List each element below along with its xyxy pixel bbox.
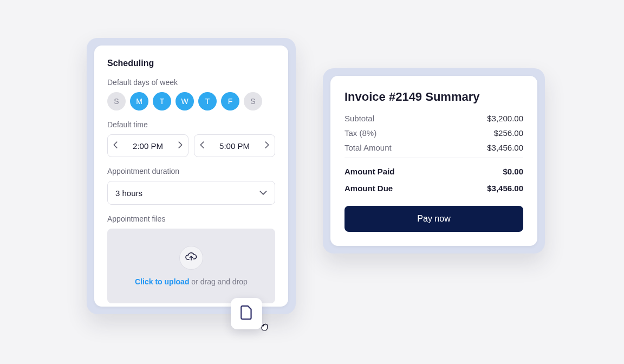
- paid-label: Amount Paid: [344, 167, 395, 176]
- scheduling-card-body: Scheduling Default days of week S M T W …: [94, 46, 288, 307]
- invoice-card-body: Invoice #2149 Summary Subtotal $3,200.00…: [330, 76, 537, 246]
- total-label: Total Amount: [344, 143, 392, 152]
- file-drag-preview[interactable]: [231, 298, 262, 329]
- upload-link[interactable]: Click to upload: [135, 277, 189, 286]
- subtotal-row: Subtotal $3,200.00: [344, 114, 523, 123]
- duration-dropdown[interactable]: 3 hours: [107, 181, 275, 205]
- invoice-title: Invoice #2149 Summary: [344, 90, 523, 104]
- days-of-week-label: Default days of week: [107, 78, 275, 87]
- day-thursday[interactable]: T: [198, 92, 217, 110]
- start-time-value: 2:00 PM: [133, 141, 163, 151]
- days-row: S M T W T F S: [107, 92, 275, 110]
- paid-value: $0.00: [503, 167, 523, 176]
- subtotal-label: Subtotal: [344, 114, 374, 123]
- scheduling-card: Scheduling Default days of week S M T W …: [87, 38, 296, 314]
- day-sunday[interactable]: S: [107, 92, 126, 110]
- upload-icon-circle: [179, 246, 203, 270]
- chevron-right-icon[interactable]: [264, 141, 269, 150]
- scheduling-title: Scheduling: [107, 58, 275, 68]
- day-tuesday[interactable]: T: [153, 92, 171, 110]
- chevron-down-icon: [259, 188, 267, 198]
- invoice-card: Invoice #2149 Summary Subtotal $3,200.00…: [323, 68, 545, 253]
- day-monday[interactable]: M: [130, 92, 148, 110]
- total-value: $3,456.00: [487, 143, 523, 152]
- chevron-right-icon[interactable]: [178, 141, 183, 150]
- day-wednesday[interactable]: W: [176, 92, 194, 110]
- upload-suffix: or drag and drop: [191, 277, 248, 286]
- upload-text: Click to upload or drag and drop: [135, 277, 248, 286]
- upload-dropzone[interactable]: Click to upload or drag and drop: [107, 229, 275, 303]
- due-label: Amount Due: [344, 184, 393, 193]
- start-time-picker[interactable]: 2:00 PM: [107, 134, 188, 157]
- invoice-divider: [344, 158, 523, 158]
- file-icon: [240, 305, 252, 322]
- tax-label: Tax (8%): [344, 128, 376, 138]
- pay-now-button[interactable]: Pay now: [344, 206, 523, 232]
- paid-row: Amount Paid $0.00: [344, 167, 523, 176]
- cloud-upload-icon: [185, 252, 197, 264]
- tax-row: Tax (8%) $256.00: [344, 128, 523, 138]
- end-time-value: 5:00 PM: [219, 141, 250, 151]
- due-value: $3,456.00: [487, 184, 523, 193]
- total-row: Total Amount $3,456.00: [344, 143, 523, 152]
- due-row: Amount Due $3,456.00: [344, 184, 523, 193]
- files-label: Appointment files: [107, 214, 275, 223]
- grab-cursor-icon: [260, 322, 270, 334]
- duration-label: Appointment duration: [107, 167, 275, 176]
- tax-value: $256.00: [494, 128, 523, 138]
- chevron-left-icon[interactable]: [113, 141, 118, 150]
- subtotal-value: $3,200.00: [487, 114, 523, 123]
- day-friday[interactable]: F: [221, 92, 239, 110]
- default-time-label: Default time: [107, 120, 275, 129]
- duration-value: 3 hours: [115, 188, 142, 198]
- end-time-picker[interactable]: 5:00 PM: [194, 134, 275, 157]
- day-saturday[interactable]: S: [244, 92, 262, 110]
- time-row: 2:00 PM 5:00 PM: [107, 134, 275, 157]
- chevron-left-icon[interactable]: [200, 141, 205, 150]
